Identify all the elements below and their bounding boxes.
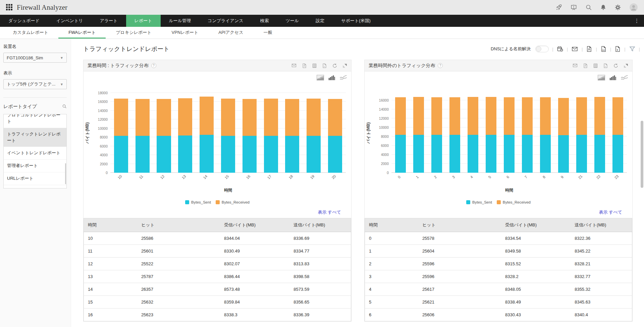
nav-item-report[interactable]: レポート [126,15,161,27]
list-scrollbar[interactable] [65,163,66,184]
help-icon[interactable]: ? [438,63,443,68]
tab-proxy-report[interactable]: プロキシレポート [106,27,161,39]
expand-icon[interactable] [342,63,347,68]
stacked-bar [413,97,424,173]
legend-bytes-sent[interactable]: Bytes_Sent [466,200,492,205]
x-tick-label: 5 [487,175,492,179]
stacked-bar [431,97,442,173]
excel-icon[interactable]: x [614,46,621,52]
nav-item-search[interactable]: 検索 [252,15,277,27]
nav-item-settings[interactable]: 設定 [307,15,333,27]
refresh-icon[interactable] [332,63,337,68]
bar-segment-sent [413,135,424,173]
page-scrollbar[interactable] [641,121,643,188]
table-cell: 3 [365,270,418,283]
report-type-item[interactable]: 変更管理レポート [4,185,66,188]
chevron-down-icon: ▼ [60,83,63,86]
svg-text:csv: csv [602,49,605,51]
filter-icon[interactable] [629,46,636,52]
x-tick-label: 22 [595,174,602,180]
table-cell: 25632 [137,296,220,309]
search-icon[interactable] [62,104,67,110]
bell-icon[interactable] [600,4,606,11]
rocket-icon[interactable] [555,4,562,11]
line-chart-icon[interactable] [621,75,628,81]
csv-icon[interactable] [312,63,317,68]
table-cell: 8348.05 [501,283,571,296]
table-cell: 12 [84,258,137,270]
view-select[interactable]: トップ5件 (グラフとテ... ▼ [3,79,67,89]
excel-icon[interactable]: x [322,63,327,68]
bar-segment-sent [540,135,551,173]
legend-bytes-received[interactable]: Bytes_Received [497,200,531,205]
stacked-bar [264,99,278,173]
view-label: 表示 [3,70,67,76]
legend-bytes-received[interactable]: Bytes_Received [216,200,250,205]
main-content: トラフィックトレンドレポート DNSによる名前解決 | | | [71,39,644,327]
csv-icon[interactable]: csv [600,46,607,52]
nav-item-alert[interactable]: アラート [92,15,126,27]
bar-chart-icon[interactable] [609,75,616,81]
report-type-item[interactable]: URLレポート [4,172,66,185]
expand-icon[interactable] [624,63,628,68]
mail-icon[interactable] [571,46,578,52]
bar-chart-icon[interactable] [328,75,335,81]
report-type-item[interactable]: トラフィックトレンドレポート [4,128,66,147]
app-header: Firewall Analyzer [0,0,644,15]
table-cell: 25621 [418,296,501,309]
line-chart-icon[interactable] [339,75,347,81]
mail-icon[interactable] [291,63,297,68]
tab-general[interactable]: 一般 [253,27,282,39]
gear-icon[interactable] [614,4,621,11]
nav-item-inventory[interactable]: インベントリ [48,15,92,27]
area-chart-icon[interactable] [598,75,605,81]
tab-api-access[interactable]: APIアクセス [208,27,253,39]
table-cell: 8573.48 [220,283,289,296]
show-all-link[interactable]: 表示 すべて [318,210,341,215]
nav-item-tools[interactable]: ツール [277,15,308,27]
table-cell: 8355.32 [571,283,632,296]
pdf-icon[interactable] [302,63,307,68]
tab-vpn-report[interactable]: VPNレポート [162,27,209,39]
schedule-icon[interactable] [557,46,564,52]
nav-overflow-icon[interactable]: ⋮ [630,15,644,27]
legend-swatch [216,200,220,204]
stacked-bar [178,98,192,173]
pdf-icon[interactable] [583,63,588,68]
stacked-bar [576,97,587,173]
table-cell: 1 [365,245,418,258]
csv-icon[interactable] [593,63,598,68]
app-grid-icon[interactable] [6,4,13,11]
table-cell: 25604 [418,245,501,258]
pdf-icon[interactable] [586,46,592,52]
bar-segment-sent [504,135,515,173]
refresh-icon[interactable] [613,63,619,68]
avatar[interactable] [629,3,638,12]
nav-item-dashboard[interactable]: ダッシュボード [0,15,48,27]
dns-resolve-toggle[interactable] [535,46,549,52]
help-icon[interactable]: ? [151,63,156,68]
show-all-link[interactable]: 表示 すべて [599,210,622,215]
legend-bytes-sent[interactable]: Bytes_Sent [185,200,211,205]
report-type-item[interactable]: イベントトレンドレポート [4,147,66,159]
mail-icon[interactable] [572,63,578,68]
chart-legend: Bytes_Sent Bytes_Received [365,200,632,205]
search-icon[interactable] [585,4,592,11]
report-type-item[interactable]: プロトコルトレンドレポート [4,114,66,128]
excel-icon[interactable]: x [603,63,608,68]
y-tick-label: 14000 [379,107,389,111]
report-type-item[interactable]: 管理者レポート [4,159,66,172]
table-row: 4256178348.058355.32 [365,283,632,296]
y-tick-label: 10000 [98,126,108,130]
area-chart-icon[interactable] [317,75,324,81]
nav-item-rule-management[interactable]: ルール管理 [161,15,200,27]
bar-segment-sent [221,136,235,173]
tab-fwa-report[interactable]: FWAレポート [58,27,106,39]
tab-custom-report[interactable]: カスタムレポート [3,27,58,39]
nav-item-compliance[interactable]: コンプライアンス [199,15,252,27]
nav-item-support[interactable]: サポート(米国) [333,15,379,27]
table-row: 6256068330.438340.4 [365,309,632,321]
device-select[interactable]: FGT100D186_Sim ▼ [3,53,67,63]
presentation-icon[interactable] [570,4,577,11]
divider [3,97,67,98]
